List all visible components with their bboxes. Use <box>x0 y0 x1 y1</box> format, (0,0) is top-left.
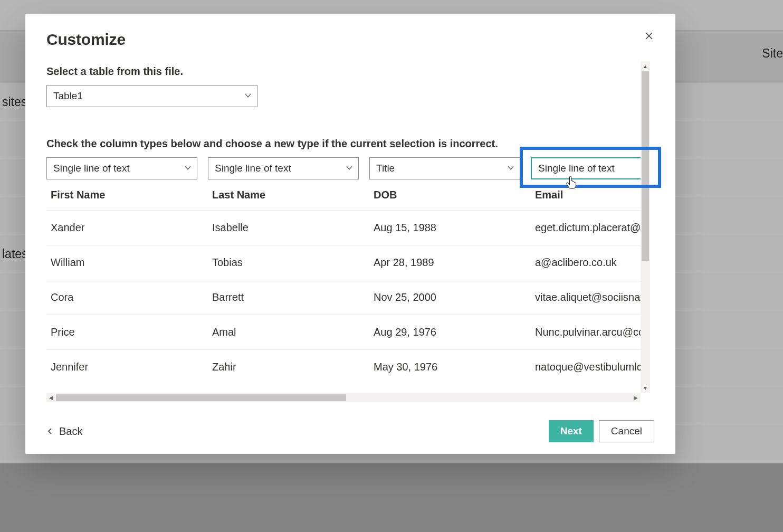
column-type-select-3[interactable]: Title <box>369 157 520 179</box>
modal-footer: Back Next Cancel <box>25 408 675 454</box>
scroll-right-icon[interactable]: ▶ <box>631 393 641 402</box>
cell-email: natoque@vestibulumlc <box>535 361 646 373</box>
vertical-scrollbar[interactable]: ▲ ▼ <box>641 61 650 393</box>
col-header-dob: DOB <box>374 189 535 201</box>
cell-email: a@aclibero.co.uk <box>535 256 646 269</box>
chevron-down-icon <box>507 163 514 174</box>
cell-firstname: Jennifer <box>51 361 212 373</box>
column-type-row: Single line of text Single line of text … <box>46 157 650 179</box>
cell-dob: Nov 25, 2000 <box>374 291 535 303</box>
cell-dob: Apr 28, 1989 <box>374 256 535 269</box>
table-row: Cora Barrett Nov 25, 2000 vitae.aliquet@… <box>46 280 650 315</box>
close-icon <box>645 32 653 40</box>
cell-firstname: Xander <box>51 222 212 234</box>
table-row: Jennifer Zahir May 30, 1976 natoque@vest… <box>46 349 650 384</box>
cell-lastname: Amal <box>212 326 374 338</box>
table-row: William Tobias Apr 28, 1989 a@aclibero.c… <box>46 245 650 280</box>
scroll-down-icon[interactable]: ▼ <box>641 383 650 393</box>
cell-lastname: Tobias <box>212 256 374 269</box>
back-label: Back <box>59 425 82 438</box>
chevron-down-icon <box>244 90 252 102</box>
close-button[interactable] <box>641 27 657 44</box>
next-label: Next <box>560 425 582 437</box>
column-type-instructions: Check the column types below and choose … <box>46 138 650 150</box>
col-header-firstname: First Name <box>51 189 212 201</box>
column-type-select-2[interactable]: Single line of text <box>208 157 359 179</box>
horizontal-scrollbar[interactable]: ◀ ▶ <box>46 393 641 402</box>
cell-lastname: Barrett <box>212 291 374 303</box>
cell-firstname: Cora <box>51 291 212 303</box>
customize-modal: Customize Select a table from this file.… <box>25 14 675 454</box>
modal-header: Customize <box>25 14 675 49</box>
cell-firstname: William <box>51 256 212 269</box>
cell-email: eget.dictum.placerat@r <box>535 222 646 234</box>
chevron-left-icon <box>46 428 54 435</box>
table-select[interactable]: Table1 <box>46 85 257 107</box>
column-type-value: Single line of text <box>538 163 615 174</box>
cell-email: Nunc.pulvinar.arcu@co <box>535 326 646 338</box>
cancel-button[interactable]: Cancel <box>599 420 654 442</box>
chevron-down-icon <box>346 163 353 174</box>
back-button[interactable]: Back <box>46 425 82 438</box>
table-select-label: Select a table from this file. <box>46 65 650 78</box>
cell-dob: Aug 15, 1988 <box>374 222 535 234</box>
modal-body: Select a table from this file. Table1 Ch… <box>46 61 650 408</box>
modal-title: Customize <box>46 31 654 49</box>
table-row: Price Amal Aug 29, 1976 Nunc.pulvinar.ar… <box>46 315 650 349</box>
cell-firstname: Price <box>51 326 212 338</box>
column-type-value: Single line of text <box>215 163 291 174</box>
preview-table: First Name Last Name DOB Email Xander Is… <box>46 179 650 384</box>
scroll-up-icon[interactable]: ▲ <box>641 61 650 71</box>
col-header-email: Email <box>535 189 646 201</box>
chevron-down-icon <box>184 163 192 174</box>
scrollbar-thumb[interactable] <box>56 394 346 401</box>
column-type-select-1[interactable]: Single line of text <box>46 157 197 179</box>
cell-lastname: Zahir <box>212 361 374 373</box>
scroll-left-icon[interactable]: ◀ <box>46 393 56 402</box>
column-type-select-4[interactable]: Single line of text <box>531 157 650 179</box>
table-header-row: First Name Last Name DOB Email <box>46 179 650 210</box>
cell-email: vitae.aliquet@sociisnat <box>535 291 646 303</box>
scrollbar-thumb[interactable] <box>642 71 649 261</box>
scroll-content: Select a table from this file. Table1 Ch… <box>46 61 650 393</box>
cell-dob: Aug 29, 1976 <box>374 326 535 338</box>
column-type-value: Single line of text <box>53 163 130 174</box>
cell-dob: May 30, 1976 <box>374 361 535 373</box>
table-row: Xander Isabelle Aug 15, 1988 eget.dictum… <box>46 210 650 245</box>
cancel-label: Cancel <box>611 425 642 437</box>
table-select-value: Table1 <box>53 90 83 102</box>
next-button[interactable]: Next <box>549 420 594 442</box>
col-header-lastname: Last Name <box>212 189 374 201</box>
column-type-value: Title <box>376 163 395 174</box>
cell-lastname: Isabelle <box>212 222 374 234</box>
